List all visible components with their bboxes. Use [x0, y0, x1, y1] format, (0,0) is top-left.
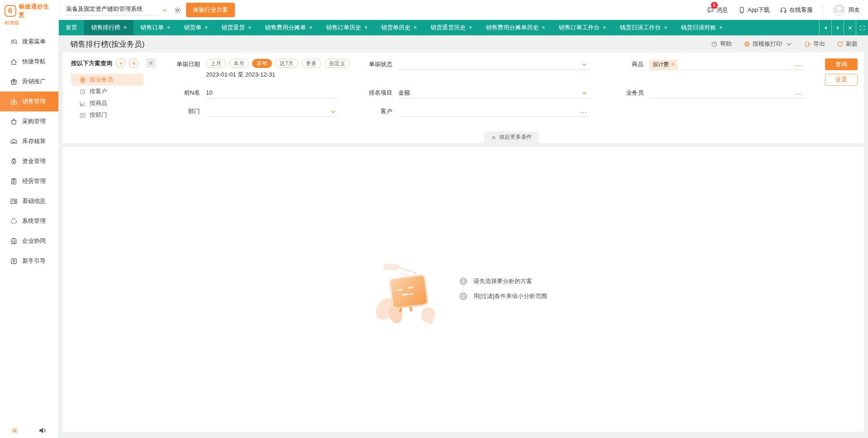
tab-daily-clear-workbench[interactable]: 钱货日清工作台 [613, 20, 674, 35]
doc-status-select[interactable] [398, 59, 589, 70]
fullscreen-button[interactable] [856, 20, 868, 35]
gear-icon[interactable] [174, 6, 181, 14]
tab-sales-return-history[interactable]: 销货退货历史 [424, 20, 479, 35]
pill-this-month[interactable]: 本月 [229, 59, 249, 68]
tab-sales-order-workbench[interactable]: 销售订单工作台 [552, 20, 613, 35]
sidebar-item-business[interactable]: 经营管理 [0, 171, 58, 191]
chevron-down-icon[interactable] [330, 109, 336, 115]
refresh-button[interactable]: 刷新 [837, 40, 858, 48]
tabs-scroll-left-button[interactable] [819, 20, 831, 35]
sidebar-item-inventory[interactable]: 库存核算 [0, 131, 58, 151]
empty-steps: 1 请先选择要分析的方案 2 用[过滤]条件来缩小分析范围 [459, 277, 547, 327]
date-range-value[interactable]: 2023-01-01 至 2023-12-31 [206, 69, 350, 80]
filter-label: 排名项目 [363, 87, 398, 98]
close-icon[interactable] [719, 24, 722, 31]
pill-more[interactable]: 更多 [301, 59, 321, 68]
filter-doc-status: 单据状态 [363, 59, 589, 80]
sidebar-item-label: 基础信息 [22, 197, 46, 205]
chevron-down-icon[interactable] [582, 62, 587, 67]
scheme-settings-button[interactable] [129, 58, 138, 68]
sidebar-item-label: 新手引导 [22, 257, 46, 265]
tabs-close-all-button[interactable] [844, 20, 856, 35]
messages-button[interactable]: 6 消息 [707, 6, 728, 14]
pill-custom[interactable]: 自定义 [324, 59, 350, 68]
settings-button[interactable]: 设置 [825, 74, 858, 86]
tab-sales-return[interactable]: 销货退货 [215, 20, 258, 35]
scheme-item-by-customer[interactable]: 按客户 [71, 86, 143, 97]
close-icon[interactable] [248, 24, 251, 31]
close-icon[interactable] [167, 24, 170, 31]
close-icon[interactable] [664, 24, 667, 31]
system-select[interactable]: 装备及固定资产辅助管理系统 [65, 5, 167, 15]
tabs-scroll-right-button[interactable] [831, 20, 844, 35]
top-n-input[interactable]: 10 [206, 87, 338, 99]
tab-sales-order-history[interactable]: 销售订单历史 [319, 20, 374, 35]
sidebar-item-collaboration[interactable]: 企业协同 [0, 231, 58, 251]
department-select[interactable] [206, 106, 338, 117]
close-icon[interactable] [124, 24, 127, 31]
step-1: 1 请先选择要分析的方案 [459, 277, 547, 285]
remove-tag-icon[interactable]: × [671, 61, 674, 67]
brand-block: 6 畅捷通好生意 标准版 [0, 0, 58, 27]
tab-sales-order[interactable]: 销售订单 [134, 20, 177, 35]
close-icon[interactable] [414, 24, 417, 31]
print-by-template-button[interactable]: 按模板打印 [744, 40, 792, 48]
close-icon[interactable] [603, 24, 606, 31]
brand-name: 畅捷通好生意 [19, 3, 55, 19]
tab-sales-invoice-history[interactable]: 销货单历史 [374, 20, 424, 35]
add-scheme-button[interactable] [116, 58, 125, 68]
sidebar-item-purchase[interactable]: 采购管理 [0, 111, 58, 131]
settings-gear-icon[interactable] [11, 427, 19, 434]
close-icon[interactable] [205, 24, 208, 31]
user-menu[interactable]: 用友 [833, 4, 860, 16]
scheme-panel-title: 按以下方案查询 [71, 59, 112, 67]
query-button[interactable]: 查询 [825, 58, 858, 70]
brand-edition: 标准版 [5, 19, 55, 26]
pill-this-year[interactable]: 本年 [252, 59, 272, 68]
collapse-scheme-panel-button[interactable] [146, 58, 156, 68]
salesman-select[interactable] [649, 87, 805, 98]
sidebar-item-quick-nav[interactable]: 快捷导航 [0, 52, 58, 72]
system-select-value[interactable]: 装备及固定资产辅助管理系统 [65, 5, 158, 15]
home-icon [10, 58, 18, 66]
scheme-item-by-salesman[interactable]: 按业务员 [71, 74, 143, 86]
help-button[interactable]: 帮助 [711, 40, 732, 48]
double-chevron-left-icon [148, 60, 154, 66]
sidebar-item-sales[interactable]: 销售管理 [0, 91, 58, 111]
online-service-label: 在线客服 [789, 6, 813, 14]
chevron-down-icon[interactable] [786, 41, 792, 48]
tab-expense-share-history[interactable]: 销售费用分摊单历史 [479, 20, 552, 35]
close-icon[interactable] [309, 24, 312, 31]
sidebar-item-funds[interactable]: 资金管理 [0, 151, 58, 171]
scheme-item-by-product[interactable]: 按商品 [71, 97, 143, 109]
app-download-button[interactable]: App下载 [738, 6, 770, 14]
tab-expense-share[interactable]: 销售费用分摊单 [258, 20, 319, 35]
export-button[interactable]: 导出 [804, 40, 825, 48]
chevron-down-icon[interactable] [582, 90, 587, 96]
pill-last-7-days[interactable]: 近7天 [275, 59, 298, 68]
collapse-more-filters-button[interactable]: 收起更多条件 [484, 131, 539, 143]
scheme-item-by-department[interactable]: 按部门 [71, 109, 143, 121]
more-options-icon[interactable] [580, 106, 587, 117]
trial-plan-button[interactable]: 体验行业方案 [186, 3, 235, 17]
pill-last-month[interactable]: 上月 [206, 59, 226, 68]
more-options-icon[interactable] [796, 59, 803, 70]
sidebar-item-guide[interactable]: 新手引导 [0, 251, 58, 271]
sidebar-item-base-info[interactable]: 基础信息 [0, 191, 58, 211]
tab-sales-invoice[interactable]: 销货单 [177, 20, 215, 35]
tab-daily-clear-reconcile[interactable]: 钱货日清对账 [674, 20, 729, 35]
customer-select[interactable] [398, 106, 589, 117]
sidebar-item-marketing[interactable]: 营销推广 [0, 72, 58, 91]
close-icon[interactable] [469, 24, 472, 31]
tab-sales-ranking[interactable]: 销售排行榜 [84, 20, 134, 35]
sidebar-item-search-menu[interactable]: 搜索菜单 [0, 32, 58, 52]
close-icon[interactable] [364, 24, 367, 31]
product-select[interactable]: 设计费× [649, 59, 805, 70]
speaker-icon[interactable] [38, 427, 46, 434]
rank-item-select[interactable]: 金额 [398, 87, 589, 99]
close-icon[interactable] [542, 24, 545, 31]
more-options-icon[interactable] [796, 87, 803, 98]
sidebar-item-system[interactable]: 系统管理 [0, 211, 58, 231]
online-service-button[interactable]: 在线客服 [780, 6, 813, 14]
tab-home[interactable]: 首页 [59, 20, 84, 35]
